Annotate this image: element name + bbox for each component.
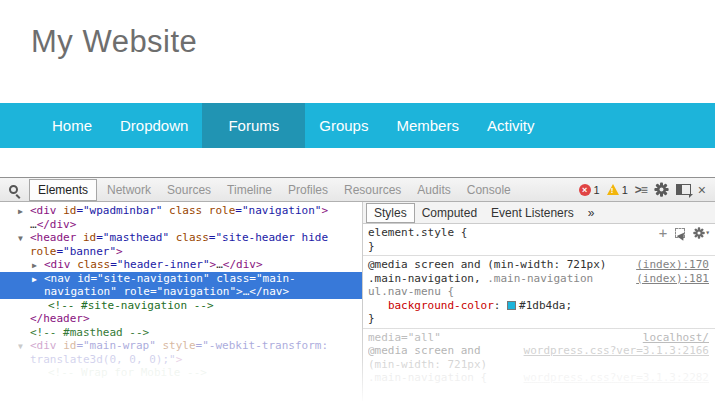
nav-item-activity[interactable]: Activity bbox=[473, 103, 549, 148]
color-swatch-icon[interactable] bbox=[507, 301, 516, 310]
style-rule-line[interactable]: } bbox=[363, 240, 715, 254]
code-text: element.style { bbox=[368, 226, 467, 239]
code-text bbox=[169, 231, 176, 244]
style-rule-line[interactable]: media="all"localhost/ bbox=[363, 331, 715, 345]
stylesheet-link[interactable]: localhost/ bbox=[643, 331, 709, 345]
elements-tree-panel: ▶<div id="wpadminbar" class role="naviga… bbox=[0, 202, 362, 401]
style-rule-line[interactable]: .main-navigation {wordpress.css?ver=3.1.… bbox=[363, 371, 715, 385]
style-rule-line[interactable]: element.style {+▾ bbox=[363, 226, 715, 240]
code-text: ="site-navigation" bbox=[90, 272, 209, 285]
tab-elements[interactable]: Elements bbox=[29, 179, 97, 201]
code-text: class bbox=[169, 204, 202, 217]
code-text: ="-webkit-transform: bbox=[196, 339, 328, 352]
code-text bbox=[202, 204, 209, 217]
toolbar-right-icons: × 1 1 >≡ × bbox=[579, 182, 715, 197]
code-text: } bbox=[368, 240, 375, 253]
code-text: role bbox=[30, 245, 57, 258]
dom-tree-row[interactable]: ▶<div class="header-inner">…</div> bbox=[0, 258, 362, 272]
nav-item-groups[interactable]: Groups bbox=[305, 103, 382, 148]
tab-timeline[interactable]: Timeline bbox=[219, 180, 280, 200]
tab-audits[interactable]: Audits bbox=[409, 180, 458, 200]
code-text: <!-- #masthead --> bbox=[30, 326, 149, 339]
code-text: navigation" bbox=[44, 285, 117, 298]
sidebar-tab-styles[interactable]: Styles bbox=[366, 203, 415, 223]
expander-closed-icon[interactable]: ▶ bbox=[32, 259, 37, 273]
rule-separator bbox=[363, 328, 715, 329]
dom-tree-row[interactable]: ▶<nav id="site-navigation" class="main- bbox=[0, 272, 362, 286]
code-text: </div> bbox=[37, 218, 77, 231]
nav-item-dropdown[interactable]: Dropdown bbox=[106, 103, 202, 148]
warning-count[interactable]: 1 bbox=[622, 184, 628, 196]
stylesheet-link[interactable]: (index):181 bbox=[636, 272, 709, 286]
code-text: translate3d(0, 0, 0);" bbox=[30, 353, 176, 366]
code-text: role bbox=[209, 204, 236, 217]
code-text: id bbox=[83, 231, 96, 244]
style-rule-line[interactable]: @media screen and (min-width: 721px)(ind… bbox=[363, 258, 715, 272]
code-text: ="main-wrap" bbox=[76, 339, 155, 352]
close-icon[interactable]: × bbox=[698, 183, 706, 197]
dom-tree-row[interactable]: navigation" role="navigation">…</nav> bbox=[0, 285, 362, 299]
nav-item-home[interactable]: Home bbox=[38, 103, 106, 148]
gear-caret-icon[interactable]: ▾ bbox=[693, 226, 710, 240]
sidebar-tab-event-listeners[interactable]: Event Listeners bbox=[484, 204, 581, 222]
expander-closed-icon[interactable]: ▶ bbox=[18, 205, 23, 219]
style-rule-line[interactable]: @media screen andwordpress.css?ver=3.1.3… bbox=[363, 344, 715, 358]
inspect-state-icon[interactable] bbox=[675, 228, 685, 238]
code-text: background-color bbox=[388, 299, 494, 312]
stylesheet-link[interactable]: wordpress.css?ver=3.1.3:2282 bbox=[524, 371, 709, 385]
code-text: .main-navigation bbox=[481, 272, 594, 285]
code-text: </nav> bbox=[249, 285, 289, 298]
search-icon[interactable] bbox=[9, 185, 18, 194]
main-nav: HomeDropdownForumsGroupsMembersActivity bbox=[0, 103, 715, 148]
code-text: <div bbox=[30, 204, 57, 217]
dom-tree-row[interactable]: …</div> bbox=[0, 218, 362, 232]
dom-tree-row[interactable]: role="banner"> bbox=[0, 245, 362, 259]
nav-item-members[interactable]: Members bbox=[382, 103, 473, 148]
code-text: <!-- Wrap for Mobile --> bbox=[48, 366, 207, 379]
style-rule-line[interactable]: .main-navigation, .main-navigation(index… bbox=[363, 272, 715, 286]
code-text: } bbox=[368, 312, 375, 325]
style-rule-line[interactable]: } bbox=[363, 312, 715, 326]
devtools-window: ElementsNetworkSourcesTimelineProfilesRe… bbox=[0, 177, 715, 401]
style-rule-line[interactable]: (min-width: 721px) bbox=[363, 358, 715, 372]
sidebar-tab-computed[interactable]: Computed bbox=[415, 204, 484, 222]
warning-badge-icon[interactable] bbox=[607, 184, 619, 195]
tab-sources[interactable]: Sources bbox=[159, 180, 219, 200]
devtools-tabs: ElementsNetworkSourcesTimelineProfilesRe… bbox=[27, 178, 519, 201]
nav-item-forums[interactable]: Forums bbox=[202, 103, 305, 148]
site-title: My Website bbox=[31, 24, 197, 60]
stylesheet-link[interactable]: (index):170 bbox=[636, 258, 709, 272]
dom-tree-row[interactable]: <!-- #site-navigation --> bbox=[0, 299, 362, 313]
dock-side-icon[interactable] bbox=[676, 184, 691, 195]
tab-profiles[interactable]: Profiles bbox=[280, 180, 336, 200]
error-badge-icon[interactable]: × bbox=[579, 184, 591, 196]
sidebar-tab-»[interactable]: » bbox=[581, 204, 602, 222]
dom-tree-row[interactable]: <!-- #masthead --> bbox=[0, 326, 362, 340]
dom-tree-row[interactable]: ▼<div id="main-wrap" style="-webkit-tran… bbox=[0, 339, 362, 353]
expander-open-icon[interactable]: ▼ bbox=[18, 340, 23, 354]
expander-open-icon[interactable]: ▼ bbox=[18, 232, 23, 246]
dom-tree-row[interactable]: ▶<div id="wpadminbar" class role="naviga… bbox=[0, 204, 362, 218]
code-text: ="wpadminbar" bbox=[76, 204, 162, 217]
style-rule-line[interactable]: ul.nav-menu { bbox=[363, 285, 715, 299]
stylesheet-link[interactable]: wordpress.css?ver=3.1.3:2166 bbox=[524, 344, 709, 358]
styles-panel: StylesComputedEvent Listeners» element.s… bbox=[363, 202, 715, 401]
dom-tree-row[interactable]: translate3d(0, 0, 0);"> bbox=[0, 353, 362, 367]
tab-resources[interactable]: Resources bbox=[336, 180, 409, 200]
code-text: ="banner" bbox=[57, 245, 117, 258]
add-rule-icon[interactable]: + bbox=[659, 227, 667, 239]
tab-console[interactable]: Console bbox=[459, 180, 519, 200]
dom-tree-row[interactable]: <!-- Wrap for Mobile --> bbox=[0, 366, 362, 380]
tab-network[interactable]: Network bbox=[99, 180, 159, 200]
code-text: @media screen and bbox=[368, 344, 481, 357]
error-count[interactable]: 1 bbox=[594, 184, 600, 196]
dom-tree-row[interactable]: </header> bbox=[0, 312, 362, 326]
code-text: </div> bbox=[223, 258, 263, 271]
dom-tree-row[interactable]: ▼<header id="masthead" class="site-heade… bbox=[0, 231, 362, 245]
gear-icon[interactable] bbox=[654, 182, 669, 197]
expander-closed-icon[interactable]: ▶ bbox=[32, 273, 37, 287]
style-rule-line[interactable]: background-color: #1db4da; bbox=[363, 299, 715, 313]
console-drawer-icon[interactable]: >≡ bbox=[635, 183, 647, 197]
rule-toolbar-icons: +▾ bbox=[659, 226, 710, 240]
code-text: id bbox=[63, 204, 76, 217]
